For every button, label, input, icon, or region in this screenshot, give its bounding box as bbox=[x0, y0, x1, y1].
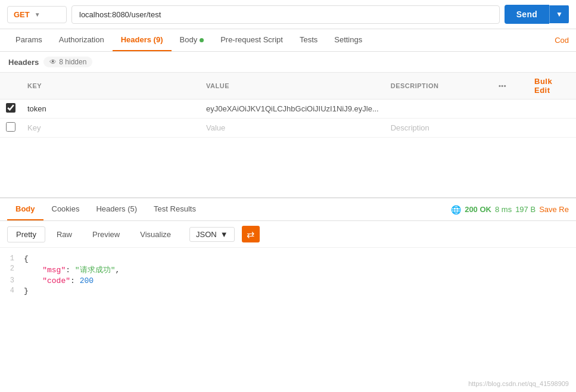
row-key-cell bbox=[21, 99, 200, 119]
tab-prerequest[interactable]: Pre-request Script bbox=[212, 29, 291, 51]
row-value-cell: eyJ0eXAiOiJKV1QiLCJhbGciOiJIUzI1NiJ9.eyJ… bbox=[200, 99, 385, 119]
tab-body[interactable]: Body bbox=[172, 29, 213, 51]
code-line-2: 2 "msg": "请求成功", bbox=[0, 264, 576, 276]
resp-tab-cookies[interactable]: Cookies bbox=[43, 198, 88, 220]
format-label: JSON bbox=[196, 230, 217, 239]
th-more-icon[interactable]: ••• bbox=[493, 73, 528, 99]
empty-checkbox-cell bbox=[0, 119, 21, 138]
save-response-link[interactable]: Save Re bbox=[539, 205, 569, 214]
tab-tests[interactable]: Tests bbox=[291, 29, 326, 51]
empty-desc-cell bbox=[385, 119, 493, 138]
line-content-2: "msg": "请求成功", bbox=[24, 265, 120, 275]
code-area: 1 { 2 "msg": "请求成功", 3 "code": 200 4 } bbox=[0, 248, 576, 302]
line-content-4: } bbox=[24, 287, 29, 295]
empty-actions-cell bbox=[493, 119, 528, 138]
status-badge: 200 OK bbox=[465, 205, 491, 214]
body-dot-icon bbox=[200, 38, 204, 42]
table-row: eyJ0eXAiOiJKV1QiLCJhbGciOiJIUzI1NiJ9.eyJ… bbox=[0, 99, 576, 119]
code-link[interactable]: Cod bbox=[555, 30, 569, 51]
format-chevron-icon: ▼ bbox=[220, 230, 228, 239]
th-checkbox bbox=[0, 73, 21, 99]
view-tab-raw[interactable]: Raw bbox=[48, 226, 81, 242]
resp-tab-body[interactable]: Body bbox=[7, 198, 43, 220]
line-content-1: { bbox=[24, 254, 29, 263]
th-bulk-edit[interactable]: Bulk Edit bbox=[528, 73, 576, 99]
response-section: Body Cookies Headers (5) Test Results 🌐 … bbox=[0, 198, 576, 302]
code-line-1: 1 { bbox=[0, 254, 576, 264]
row-actions-cell bbox=[493, 99, 528, 119]
send-dropdown-button[interactable]: ▼ bbox=[549, 5, 569, 23]
empty-value-input[interactable] bbox=[206, 123, 379, 132]
code-line-3: 3 "code": 200 bbox=[0, 276, 576, 286]
response-tabs-row: Body Cookies Headers (5) Test Results 🌐 … bbox=[0, 198, 576, 221]
empty-key-cell bbox=[21, 119, 200, 138]
line-num-4: 4 bbox=[0, 287, 24, 295]
empty-area bbox=[0, 138, 576, 197]
headers-table-header: KEY VALUE DESCRIPTION ••• Bulk Edit bbox=[0, 73, 576, 99]
request-tabs: Params Authorization Headers (9) Body Pr… bbox=[0, 29, 576, 52]
wrap-button[interactable]: ⇄ bbox=[242, 226, 260, 242]
th-description: DESCRIPTION bbox=[385, 73, 493, 99]
format-selector[interactable]: JSON ▼ bbox=[189, 227, 235, 242]
th-key: KEY bbox=[21, 73, 200, 99]
globe-icon: 🌐 bbox=[451, 205, 461, 214]
headers-label-row: Headers 👁 8 hidden bbox=[0, 52, 576, 72]
empty-desc-input[interactable] bbox=[391, 123, 487, 132]
wrap-icon: ⇄ bbox=[247, 229, 254, 240]
response-status-row: 🌐 200 OK 8 ms 197 B Save Re bbox=[451, 201, 569, 218]
response-time: 8 ms bbox=[495, 205, 512, 214]
tab-headers[interactable]: Headers (9) bbox=[113, 29, 172, 51]
line-num-3: 3 bbox=[0, 276, 24, 285]
send-button[interactable]: Send bbox=[505, 5, 549, 24]
empty-row-checkbox[interactable] bbox=[6, 122, 15, 132]
line-num-2: 2 bbox=[0, 265, 24, 273]
eye-icon: 👁 bbox=[49, 58, 57, 66]
line-num-1: 1 bbox=[0, 254, 24, 263]
empty-value-cell bbox=[200, 119, 385, 138]
headers-label: Headers bbox=[8, 58, 39, 67]
hidden-badge: 👁 8 hidden bbox=[43, 57, 92, 67]
code-line-4: 4 } bbox=[0, 286, 576, 296]
row-desc-cell bbox=[385, 99, 493, 119]
th-value: VALUE bbox=[200, 73, 385, 99]
view-tab-preview[interactable]: Preview bbox=[83, 226, 129, 242]
headers-table: KEY VALUE DESCRIPTION ••• Bulk Edit eyJ0… bbox=[0, 72, 576, 138]
view-tab-visualize[interactable]: Visualize bbox=[131, 226, 180, 242]
empty-key-input[interactable] bbox=[27, 123, 194, 132]
resp-tab-test-results[interactable]: Test Results bbox=[145, 198, 204, 220]
view-tab-pretty[interactable]: Pretty bbox=[7, 226, 45, 242]
method-chevron-icon: ▼ bbox=[35, 11, 41, 18]
url-input[interactable] bbox=[71, 5, 500, 24]
method-selector[interactable]: GET ▼ bbox=[7, 6, 67, 23]
tab-authorization[interactable]: Authorization bbox=[51, 29, 113, 51]
view-tabs-row: Pretty Raw Preview Visualize JSON ▼ ⇄ bbox=[0, 221, 576, 248]
line-content-3: "code": 200 bbox=[24, 276, 94, 285]
headers-section: Headers 👁 8 hidden KEY VALUE DESCRIPTION… bbox=[0, 52, 576, 198]
key-input[interactable] bbox=[27, 104, 194, 113]
desc-input[interactable] bbox=[391, 104, 487, 113]
table-row-empty bbox=[0, 119, 576, 138]
tab-params[interactable]: Params bbox=[7, 29, 51, 51]
row-bulk-cell bbox=[528, 99, 576, 119]
hidden-count: 8 hidden bbox=[59, 58, 86, 66]
row-checkbox-cell bbox=[0, 99, 21, 119]
token-value: eyJ0eXAiOiJKV1QiLCJhbGciOiJIUzI1NiJ9.eyJ… bbox=[206, 104, 379, 113]
empty-bulk-cell bbox=[528, 119, 576, 138]
resp-tab-headers[interactable]: Headers (5) bbox=[88, 198, 145, 220]
response-size: 197 B bbox=[515, 205, 535, 214]
send-button-group: Send ▼ bbox=[505, 5, 569, 24]
top-bar: GET ▼ Send ▼ bbox=[0, 0, 576, 29]
method-text: GET bbox=[14, 10, 30, 19]
tab-settings[interactable]: Settings bbox=[326, 29, 370, 51]
row-checkbox[interactable] bbox=[6, 103, 15, 113]
